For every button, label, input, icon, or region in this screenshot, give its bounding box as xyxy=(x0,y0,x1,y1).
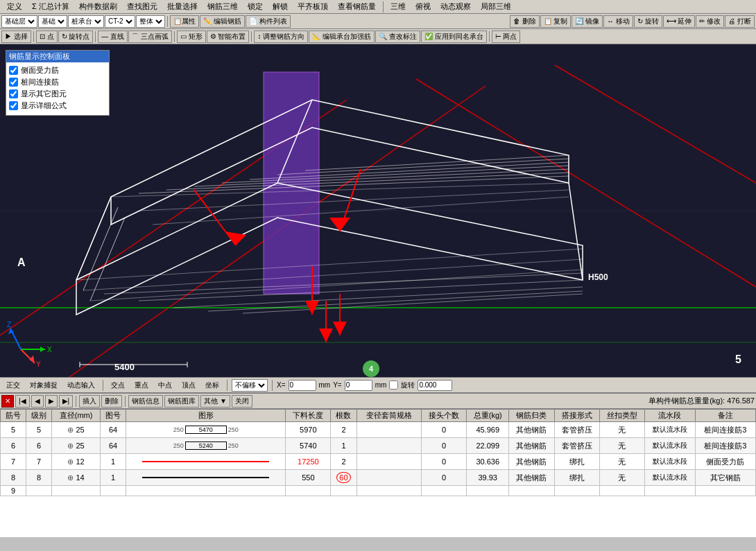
two-point-btn[interactable]: ⊢ 两点 xyxy=(492,30,521,43)
table-row[interactable]: 6 6 ⊕ 25 64 250 5240 250 5740 1 0 22.099… xyxy=(1,438,756,454)
rebar-library-btn[interactable]: 钢筋图库 xyxy=(164,395,199,408)
checkbox-show-other[interactable] xyxy=(9,89,18,98)
delete-btn[interactable]: 🗑 删除 xyxy=(510,15,540,28)
menu-local-3d[interactable]: 局部三维 xyxy=(476,1,515,12)
vertex-btn[interactable]: 顶点 xyxy=(178,379,199,392)
sep5 xyxy=(251,31,252,42)
menu-rebar-3d[interactable]: 钢筋三维 xyxy=(203,1,242,12)
cell-cutlen xyxy=(286,486,331,496)
table-row[interactable]: 5 5 ⊕ 25 64 250 5470 250 5970 2 0 45.969… xyxy=(1,422,756,438)
layer-select[interactable]: 基础层 xyxy=(1,15,37,28)
svg-text:A: A xyxy=(17,256,26,268)
menu-batch-select[interactable]: 批量选择 xyxy=(163,1,202,12)
endpoint-btn[interactable]: 重点 xyxy=(131,379,152,392)
checkbox-pile-connect[interactable] xyxy=(9,78,18,87)
insert-btn[interactable]: 插入 xyxy=(79,395,100,408)
copy-btn[interactable]: 📋 复制 xyxy=(540,15,572,28)
control-panel: 钢筋显示控制面板 侧面受力筋 桩间连接筋 显示其它图元 显示详细公式 xyxy=(6,50,110,116)
menu-data-refresh[interactable]: 构件数据刷 xyxy=(75,1,121,12)
cell-grade xyxy=(26,486,52,496)
del-row-btn[interactable]: 删除 xyxy=(101,395,122,408)
element-select[interactable]: 桩承台 xyxy=(68,15,104,28)
table-row[interactable]: 8 8 ⊕ 14 1 550 60 0 39.93 其他钢筋 绑扎 无 默认流水… xyxy=(1,470,756,486)
element-list-btn[interactable]: 📄 构件列表 xyxy=(246,15,291,28)
mirror-btn[interactable]: 🔄 镜像 xyxy=(572,15,603,28)
menu-sum[interactable]: Σ 汇总计算 xyxy=(28,1,74,12)
rotate-checkbox[interactable] xyxy=(389,381,398,390)
property-btn[interactable]: 📋 属性 xyxy=(170,15,199,28)
menu-find[interactable]: 查找图元 xyxy=(123,1,162,12)
view-select[interactable]: 整体 xyxy=(136,15,165,28)
col-header-id: 筋号 xyxy=(1,410,26,422)
edit-cap-btn[interactable]: 📐 编辑承台加强筋 xyxy=(309,30,375,43)
cell-count: 2 xyxy=(331,454,356,470)
adjust-dir-btn[interactable]: ↕ 调整钢筋方向 xyxy=(254,30,308,43)
checkbox-side-force[interactable] xyxy=(9,66,18,75)
rotate-input[interactable] xyxy=(418,380,452,391)
cell-weight xyxy=(467,486,509,496)
sep-s3 xyxy=(272,380,273,391)
menu-dynamic-observe[interactable]: 动态观察 xyxy=(436,1,475,12)
id-select[interactable]: CT-2 xyxy=(105,15,135,28)
col-header-weight: 总重(kg) xyxy=(467,410,509,422)
cell-reducer xyxy=(356,454,421,470)
cell-splice: 套管挤压 xyxy=(554,438,599,454)
nav-prev-btn[interactable]: ◀ xyxy=(31,395,44,408)
print-btn[interactable]: 🖨 打断 xyxy=(725,15,755,28)
midpoint-btn[interactable]: 中点 xyxy=(155,379,175,392)
menu-align-top[interactable]: 平齐板顶 xyxy=(293,1,332,12)
other-btn[interactable]: 其他 ▼ xyxy=(200,395,230,408)
offset-select[interactable]: 不偏移 xyxy=(232,379,268,392)
table-row[interactable]: 9 xyxy=(1,486,756,496)
close-panel-btn[interactable]: 关闭 xyxy=(232,395,252,408)
y-input[interactable] xyxy=(345,380,372,391)
coord-btn[interactable]: 坐标 xyxy=(202,379,223,392)
cell-note: 侧面受力筋 xyxy=(695,454,755,470)
nav-first-btn[interactable]: |◀ xyxy=(15,395,30,408)
extend-btn[interactable]: ⟷ 延伸 xyxy=(663,15,696,28)
modify-btn[interactable]: ✏ 修改 xyxy=(696,15,724,28)
line-btn[interactable]: — 直线 xyxy=(98,30,128,43)
table-row[interactable]: 7 7 ⊕ 12 1 17250 2 0 30.636 其他钢筋 绑扎 无 默认… xyxy=(1,454,756,470)
object-snap-btn[interactable]: 对象捕捉 xyxy=(26,379,61,392)
orthogonal-btn[interactable]: 正交 xyxy=(3,379,24,392)
dynamic-input-btn[interactable]: 动态输入 xyxy=(64,379,98,392)
menu-3d[interactable]: 三维 xyxy=(386,1,410,12)
col-header-cutlen: 下料长度 xyxy=(286,410,331,422)
menu-lock[interactable]: 锁定 xyxy=(243,1,267,12)
nav-last-btn[interactable]: ▶| xyxy=(59,395,74,408)
sep3 xyxy=(95,31,96,42)
cell-joints: 0 xyxy=(421,422,466,438)
check-label-btn[interactable]: 🔍 查改标注 xyxy=(375,30,420,43)
cell-count: 1 xyxy=(331,438,356,454)
menu-unlock[interactable]: 解锁 xyxy=(268,1,292,12)
svg-text:5: 5 xyxy=(735,353,741,365)
menu-view-rebar[interactable]: 查看钢筋量 xyxy=(334,1,380,12)
close-small-btn[interactable]: ✕ xyxy=(1,395,14,408)
y-unit: mm xyxy=(375,381,387,389)
rotate-btn[interactable]: ↻ 旋转 xyxy=(634,15,662,28)
x-input[interactable] xyxy=(289,380,316,391)
edit-rebar-btn[interactable]: ✏️ 编辑钢筋 xyxy=(200,15,245,28)
select-btn[interactable]: ▶ 选择 xyxy=(1,30,31,43)
cell-thread: 无 xyxy=(599,422,644,438)
cell-joints: 0 xyxy=(421,438,466,454)
cell-splice: 绑扎 xyxy=(554,470,599,486)
svg-text:4: 4 xyxy=(369,365,374,373)
rotate-point-btn[interactable]: ↻ 旋转点 xyxy=(58,30,94,43)
menu-define[interactable]: 定义 xyxy=(3,1,26,12)
move-btn[interactable]: ↔ 移动 xyxy=(603,15,633,28)
rect-btn[interactable]: ▭ 矩形 xyxy=(177,30,206,43)
point-btn[interactable]: ⊡ 点 xyxy=(36,30,58,43)
type-select[interactable]: 基础 xyxy=(38,15,67,28)
smart-layout-btn[interactable]: ⚙ 智能布置 xyxy=(207,30,250,43)
cell-shape: 250 5470 250 xyxy=(126,422,286,438)
menu-top-view[interactable]: 俯视 xyxy=(411,1,435,12)
arc-btn[interactable]: ⌒ 三点画弧 xyxy=(128,30,172,43)
intersection-btn[interactable]: 交点 xyxy=(108,379,128,392)
apply-same-btn[interactable]: ✅ 应用到同名承台 xyxy=(421,30,487,43)
checkbox-show-formula[interactable] xyxy=(9,101,18,110)
cell-id: 8 xyxy=(1,470,26,486)
rebar-info-btn[interactable]: 钢筋信息 xyxy=(128,395,163,408)
nav-next-btn[interactable]: ▶ xyxy=(45,395,58,408)
